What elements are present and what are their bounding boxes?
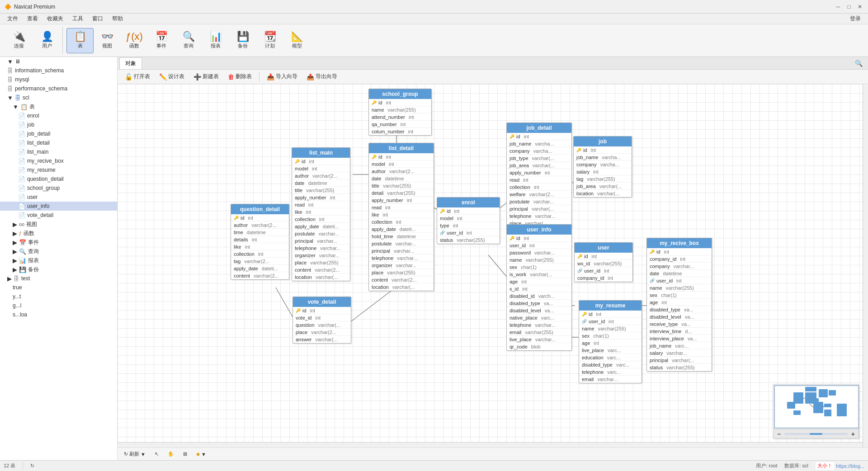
sidebar-item-backups[interactable]: ▶ 💾 备份 [0, 265, 117, 274]
fit-tool-btn[interactable]: ⊞ [180, 450, 190, 458]
sidebar-item-performance-schema[interactable]: 🗄 performance_schema [0, 84, 117, 93]
er-table-enrol[interactable]: enrol 🔑idint modelint typeint 🔗user_idin… [437, 197, 500, 244]
toolbar-func-btn[interactable]: ƒ(x) 函数 [121, 28, 148, 53]
table-row: apply_datedateti... [369, 226, 434, 233]
sidebar-item-job-detail[interactable]: 📄 job_detail [0, 129, 117, 138]
sidebar-item-scl[interactable]: ▼ 🗄 scl [0, 93, 117, 102]
vertical-scrollbar[interactable] [863, 84, 868, 447]
er-table-list-main[interactable]: list_main 🔑idint modelint authorvarchar(… [292, 147, 350, 281]
design-table-btn[interactable]: ✏️ 设计表 [156, 71, 188, 82]
maximize-button[interactable]: □ [845, 3, 853, 10]
sidebar-item-question-detail[interactable]: 📄 question_detail [0, 174, 117, 184]
toolbar-schedule-label: 计划 [265, 42, 275, 49]
delete-table-btn[interactable]: 🗑 删除表 [224, 71, 255, 82]
sidebar-item-user-info[interactable]: 📄 user_info [0, 202, 117, 211]
sidebar-item-events[interactable]: ▶ 📅 事件 [0, 238, 117, 247]
toolbar-view-btn[interactable]: 👓 视图 [94, 28, 121, 53]
table-row: locationvarchar(... [369, 283, 434, 291]
table-row: vote_idint [293, 314, 351, 321]
close-button[interactable]: ✕ [856, 3, 863, 10]
sidebar-item-reports[interactable]: ▶ 📊 报表 [0, 256, 117, 265]
menu-tools[interactable]: 工具 [69, 14, 87, 24]
db-icon: 🗄 [7, 67, 13, 74]
toolbar-user-btn[interactable]: 👤 用户 [33, 28, 61, 53]
toolbar-table-btn[interactable]: 📋 表 [66, 28, 94, 53]
table-row: postulatevarchar... [292, 230, 350, 237]
menu-favorites[interactable]: 收藏夹 [43, 14, 67, 24]
sidebar-item-school-group[interactable]: 📄 school_group [0, 184, 117, 193]
menu-view[interactable]: 查看 [24, 14, 42, 24]
er-table-user-info[interactable]: user_info 🔑idint user_idint passwordvarc… [506, 224, 572, 351]
open-table-btn[interactable]: 🔓 打开表 [121, 71, 154, 82]
cursor-tool-btn[interactable]: ↖ [152, 450, 161, 458]
sidebar-item-test[interactable]: ▶ 🗄 test [0, 274, 117, 283]
minimize-button[interactable]: ─ [835, 3, 842, 10]
search-icon[interactable]: 🔍 [851, 58, 866, 69]
sidebar-item-root[interactable]: ▼ 🖥 [0, 57, 117, 66]
sidebar-item-my-recive-box[interactable]: 📄 my_recive_box [0, 156, 117, 165]
sidebar-item-test-true[interactable]: true [0, 283, 117, 292]
menu-file[interactable]: 文件 [4, 14, 22, 24]
sidebar-item-functions[interactable]: ▶ ƒ 函数 [0, 229, 117, 238]
toolbar-schedule-btn[interactable]: 📆 计划 [256, 28, 283, 53]
color-tool-btn[interactable]: ◆ ▼ [193, 450, 209, 458]
tab-bar: 对象 🔍 [118, 57, 868, 70]
svg-rect-18 [824, 404, 831, 407]
er-table-user[interactable]: user 🔑idint wx_idvarchar(255) 🔗user_idin… [574, 242, 633, 282]
sidebar-item-list-main[interactable]: 📄 list_main [0, 147, 117, 156]
refresh-btn[interactable]: ↻ 刷新 ▼ [121, 450, 148, 458]
toolbar-connect-btn[interactable]: 🔌 连接 [5, 28, 33, 53]
table-row: collectionint [369, 218, 434, 226]
sidebar-item-information-schema[interactable]: 🗄 information_schema [0, 66, 117, 75]
sidebar-item-queries[interactable]: ▶ 🔍 查询 [0, 247, 117, 256]
er-table-vote-detail[interactable]: vote_detail 🔑idint vote_idint questionva… [292, 297, 351, 344]
sidebar-item-my-resume[interactable]: 📄 my_resume [0, 165, 117, 174]
er-table-header: user_info [507, 225, 571, 235]
toolbar-report-btn[interactable]: 📊 报表 [202, 28, 229, 53]
sidebar-item-mysql[interactable]: 🗄 mysql [0, 75, 117, 84]
toolbar-model-btn[interactable]: 📐 模型 [283, 28, 311, 53]
er-table-job-detail[interactable]: job_detail 🔑idint job_namevarcha... comp… [506, 122, 572, 227]
sidebar-item-tables[interactable]: ▼ 📋 表 [0, 102, 117, 111]
hand-tool-btn[interactable]: ✋ [165, 450, 177, 458]
er-table-job[interactable]: job 🔑idint job_namevarcha... companyvarc… [573, 136, 632, 198]
sidebar-item-vote-detail[interactable]: 📄 vote_detail [0, 211, 117, 220]
new-table-btn[interactable]: ➕ 新建表 [190, 71, 222, 82]
sidebar-item-job[interactable]: 📄 job [0, 120, 117, 129]
export-icon: 📤 [307, 73, 314, 80]
horizontal-scrollbar[interactable] [118, 442, 863, 447]
expand-icon: ▼ [7, 94, 13, 101]
login-button[interactable]: 登录 [846, 14, 864, 24]
tab-objects[interactable]: 对象 [119, 57, 142, 69]
menu-window[interactable]: 窗口 [89, 14, 107, 24]
er-table-school-group[interactable]: school_group 🔑 id int name varchar(255) … [368, 89, 432, 136]
export-wizard-btn[interactable]: 📤 导出向导 [303, 71, 341, 82]
sidebar-item-test-y[interactable]: y...t [0, 292, 117, 301]
sidebar-item-views[interactable]: ▶ oo 视图 [0, 220, 117, 229]
table-row: detailvarchar(255) [369, 189, 434, 197]
sidebar-item-enrol[interactable]: 📄 enrol [0, 111, 117, 120]
table-row: 🔗user_idint [437, 229, 500, 236]
refresh-icon: ↻ [124, 451, 128, 457]
expand-icon: ▶ [7, 275, 12, 282]
menu-help[interactable]: 帮助 [108, 14, 127, 24]
toolbar-event-btn[interactable]: 📅 事件 [148, 28, 175, 53]
sidebar-item-test-s[interactable]: s...loa [0, 310, 117, 319]
zoom-minus-btn[interactable]: − [775, 430, 783, 438]
table-icon: 📄 [18, 176, 25, 183]
toolbar-query-btn[interactable]: 🔍 查询 [175, 28, 202, 53]
sidebar-item-user[interactable]: 📄 user [0, 193, 117, 202]
zoom-plus-btn[interactable]: + [849, 430, 857, 438]
er-table-my-resume[interactable]: my_resume 🔑idint 🔗user_idint namevarchar… [579, 300, 642, 383]
er-table-list-detail[interactable]: list_detail 🔑idint modelint authorvarcha… [368, 143, 434, 291]
toolbar-backup-btn[interactable]: 💾 备份 [229, 28, 256, 53]
import-wizard-btn[interactable]: 📥 导入向导 [263, 71, 301, 82]
er-table-header: my_recive_box [647, 238, 712, 248]
table-row: readint [292, 201, 350, 208]
er-canvas[interactable]: school_group 🔑 id int name varchar(255) … [118, 84, 868, 447]
er-table-my-recive-box[interactable]: my_recive_box 🔑idint company_idint compa… [646, 238, 712, 372]
er-table-question-detail[interactable]: question_detail 🔑idint authorvarchar(2..… [231, 204, 289, 280]
website-link: https://blog... [836, 463, 864, 469]
sidebar-item-list-detail[interactable]: 📄 list_detail [0, 138, 117, 147]
sidebar-item-test-g[interactable]: g...l [0, 301, 117, 310]
